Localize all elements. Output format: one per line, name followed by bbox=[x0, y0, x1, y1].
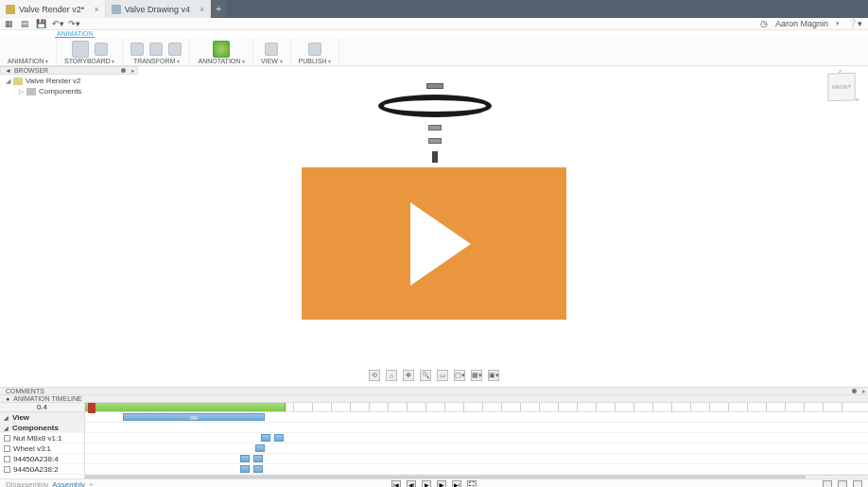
clip[interactable] bbox=[261, 434, 270, 442]
storyboard-icon[interactable] bbox=[72, 41, 89, 58]
new-file-icon[interactable]: ▤ bbox=[20, 19, 30, 29]
panel-collapse-icon[interactable]: ▸ bbox=[862, 388, 866, 395]
ribbon-label: ANNOTATION bbox=[198, 58, 245, 64]
expand-icon[interactable]: ▷ bbox=[19, 88, 26, 96]
checkbox-icon[interactable] bbox=[4, 435, 10, 442]
document-tab-active[interactable]: Valve Render v2* × bbox=[0, 0, 106, 18]
zoom-out-icon[interactable] bbox=[823, 480, 832, 487]
model-washer bbox=[428, 138, 442, 144]
model-stem bbox=[432, 151, 438, 163]
comments-panel-header[interactable]: COMMENTS ▸ bbox=[0, 387, 868, 395]
playhead[interactable] bbox=[88, 403, 95, 413]
save-icon[interactable]: 💾 bbox=[36, 19, 46, 29]
browser-panel-header[interactable]: ◄ BROWSER ▸ bbox=[0, 66, 138, 75]
track-item[interactable]: Nut M8x8 v1:1 bbox=[0, 433, 84, 444]
undo-icon[interactable]: ↶▾ bbox=[52, 19, 62, 29]
timeline-panel-header[interactable]: ● ANIMATION TIMELINE bbox=[0, 395, 868, 403]
tree-root[interactable]: ◢ Valve Render v2 bbox=[2, 76, 138, 86]
track-lane-view[interactable]: 0H bbox=[85, 412, 868, 423]
tree-child[interactable]: ▷ Components bbox=[2, 86, 138, 96]
viewcube-face[interactable]: FRONT bbox=[827, 73, 855, 102]
ribbon-group-annotation[interactable]: ANNOTATION bbox=[190, 38, 253, 65]
browser-title: BROWSER bbox=[14, 67, 48, 74]
current-time-display[interactable]: 0.4 bbox=[0, 403, 84, 412]
rotate-icon[interactable] bbox=[149, 43, 163, 56]
timeline-tracks-area[interactable]: 0H bbox=[85, 403, 868, 478]
lookat-icon[interactable]: ⌂ bbox=[386, 370, 397, 381]
app-grid-icon[interactable]: ▦ bbox=[4, 19, 14, 29]
expand-icon[interactable]: ◢ bbox=[4, 425, 9, 431]
restore-icon[interactable] bbox=[168, 43, 182, 56]
checkbox-icon[interactable] bbox=[4, 445, 10, 452]
play-pause-icon[interactable]: ▶ bbox=[422, 480, 431, 487]
view-icon[interactable] bbox=[265, 43, 278, 56]
track-lane-item[interactable] bbox=[85, 454, 868, 464]
clock-icon[interactable]: ◷ bbox=[760, 19, 768, 28]
track-lane-item[interactable] bbox=[85, 444, 868, 454]
canvas-workspace[interactable]: ◄ BROWSER ▸ ◢ Valve Render v2 ▷ Componen… bbox=[0, 66, 868, 387]
skip-start-icon[interactable]: |◀ bbox=[391, 480, 401, 487]
panel-options-icon[interactable] bbox=[121, 68, 126, 73]
step-back-icon[interactable]: ◀| bbox=[407, 480, 416, 487]
help-icon[interactable]: ❔▾ bbox=[847, 19, 862, 28]
zoom-in-icon[interactable] bbox=[853, 480, 862, 487]
expand-icon[interactable]: ◢ bbox=[6, 78, 13, 85]
add-storyboard-button[interactable]: + bbox=[89, 480, 94, 488]
clip[interactable] bbox=[253, 455, 263, 462]
loop-icon[interactable]: ⛶ bbox=[467, 480, 477, 487]
zoom-fit-icon[interactable] bbox=[838, 480, 847, 487]
panel-collapse-icon[interactable]: ▸ bbox=[131, 67, 135, 75]
new-tab-button[interactable]: + bbox=[211, 0, 226, 18]
video-play-overlay[interactable] bbox=[302, 167, 566, 320]
move-icon[interactable] bbox=[130, 43, 144, 56]
viewport-icon[interactable]: ▣▾ bbox=[488, 370, 499, 381]
model-cap bbox=[426, 83, 443, 89]
ribbon-group-animation[interactable]: ANIMATION bbox=[0, 38, 57, 65]
pan-icon[interactable]: ✥ bbox=[403, 370, 414, 381]
ribbon-group-view[interactable]: VIEW bbox=[253, 38, 291, 65]
track-lane-components[interactable] bbox=[85, 423, 868, 433]
track-item[interactable]: 94450A238:4 bbox=[0, 454, 84, 464]
viewcube[interactable]: z FRONT x bbox=[825, 70, 859, 104]
annotation-icon[interactable] bbox=[213, 41, 230, 58]
clip-view[interactable]: 0H bbox=[123, 413, 265, 421]
checkbox-icon[interactable] bbox=[4, 456, 10, 462]
checkbox-icon[interactable] bbox=[4, 466, 10, 473]
fit-icon[interactable]: ▭ bbox=[437, 370, 448, 381]
user-name-label[interactable]: Aaron Magnin bbox=[775, 19, 828, 28]
mode-assembly[interactable]: Assembly bbox=[52, 480, 85, 488]
panel-options-icon[interactable] bbox=[852, 389, 857, 393]
storyboard-new-icon[interactable] bbox=[95, 43, 108, 56]
orbit-icon[interactable]: ⟲ bbox=[369, 370, 380, 381]
ribbon-group-transform[interactable]: TRANSFORM bbox=[123, 38, 190, 65]
ribbon-group-publish[interactable]: PUBLISH bbox=[291, 38, 340, 65]
clip[interactable] bbox=[274, 434, 284, 442]
close-icon[interactable]: × bbox=[94, 5, 98, 14]
mode-tab-animation[interactable]: ANIMATION bbox=[55, 30, 95, 38]
display-settings-icon[interactable]: ▢▾ bbox=[454, 370, 465, 381]
mode-disassembly[interactable]: Disassembly bbox=[6, 480, 48, 488]
track-components[interactable]: ◢ Components bbox=[0, 423, 84, 433]
track-view[interactable]: ◢ View bbox=[0, 412, 84, 423]
ribbon-toolbar: ANIMATION STORYBOARD TRANSFORM ANNOTATIO… bbox=[0, 38, 868, 66]
ribbon-group-storyboard[interactable]: STORYBOARD bbox=[57, 38, 123, 65]
active-range[interactable] bbox=[85, 403, 286, 411]
skip-end-icon[interactable]: ▶| bbox=[452, 480, 461, 487]
clip[interactable] bbox=[253, 465, 263, 473]
expand-icon[interactable]: ◢ bbox=[4, 414, 9, 421]
zoom-icon[interactable]: 🔍 bbox=[420, 370, 431, 381]
timeline-ruler[interactable] bbox=[85, 403, 868, 412]
step-forward-icon[interactable]: |▶ bbox=[437, 480, 446, 487]
grid-icon[interactable]: ▦▾ bbox=[471, 370, 482, 381]
track-lane-item[interactable] bbox=[85, 433, 868, 444]
publish-icon[interactable] bbox=[308, 43, 321, 56]
track-lane-item[interactable] bbox=[85, 464, 868, 475]
clip[interactable] bbox=[240, 465, 250, 473]
clip[interactable] bbox=[240, 455, 250, 462]
close-icon[interactable]: × bbox=[200, 5, 204, 14]
track-item[interactable]: 94450A238:2 bbox=[0, 464, 84, 475]
track-item[interactable]: Wheel v3:1 bbox=[0, 444, 84, 454]
redo-icon[interactable]: ↷▾ bbox=[68, 19, 78, 29]
document-tab-inactive[interactable]: Valve Drawing v4 × bbox=[106, 0, 212, 18]
clip[interactable] bbox=[255, 444, 265, 452]
